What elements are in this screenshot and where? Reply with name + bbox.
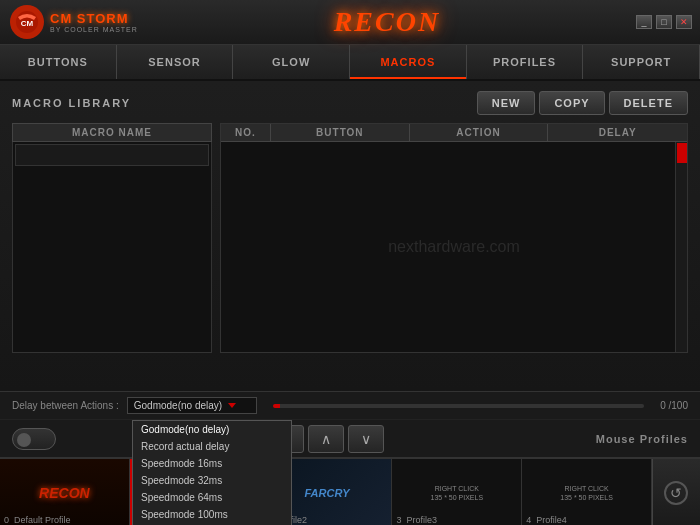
dropdown-item-5[interactable]: Speedmode 100ms [133,506,291,523]
delay-section: Delay between Actions : Godmode(no delay… [0,391,700,419]
profile-item-default[interactable]: RECON 0 Default Profile [0,459,130,525]
dropdown-item-0[interactable]: Godmode(no delay) [133,421,291,438]
profile-4-label: RIGHT CLICK135 * 50 PIXELS [560,484,613,502]
dropdown-item-2[interactable]: Speedmode 16ms [133,455,291,472]
columns-area: MACRO NAME NO. BUTTON ACTION DELAY nexth… [12,123,688,353]
brand-text: CM STORM BY COOLER MASTER [50,11,138,33]
action-header: ACTION [410,124,549,141]
profile-num-3: 3 [396,515,401,525]
delay-dropdown-menu[interactable]: Godmode(no delay) Record actual delay Sp… [132,420,292,525]
copy-button[interactable]: COPY [539,91,604,115]
delete-button[interactable]: DELETE [609,91,688,115]
record-button[interactable] [12,428,56,450]
move-down-button[interactable]: ∨ [348,425,384,453]
profile-3-label: RIGHT CLICK135 * 50 PIXELS [431,484,484,502]
nav-tabs: Buttons Sensor Glow Macros Profiles Supp… [0,45,700,81]
tab-buttons[interactable]: Buttons [0,45,117,79]
apply-button[interactable]: ↺ [652,459,700,525]
main-content: MACRO LIBRARY NEW COPY DELETE MACRO NAME… [0,81,700,391]
record-controls: ✕ ∧ ∨ Mouse Profiles [0,419,700,457]
recon-title: RECON [334,6,440,38]
apply-icon: ↺ [664,481,688,505]
no-header: NO. [221,124,271,141]
cm-logo-icon: CM [8,3,46,41]
profile-name-3: Profile3 [406,515,437,525]
delay-selected: Godmode(no delay) [134,400,222,411]
profile-item-4[interactable]: RIGHT CLICK135 * 50 PIXELS 4 Profile4 [522,459,652,525]
tab-support[interactable]: Support [583,45,700,79]
svg-text:CM: CM [21,19,34,28]
minimize-button[interactable]: _ [636,15,652,29]
profile-name-4: Profile4 [536,515,567,525]
delay-header: DELAY [548,124,687,141]
maximize-button[interactable]: □ [656,15,672,29]
record-indicator [17,433,31,447]
action-panel-header: NO. BUTTON ACTION DELAY [221,124,687,142]
profile-num-0: 0 [4,515,9,525]
fc-title: FARCRY [304,487,349,499]
button-header: BUTTON [271,124,410,141]
mouse-profiles-label: Mouse Profiles [596,433,688,445]
content-header: MACRO LIBRARY NEW COPY DELETE [12,91,688,115]
scrollbar[interactable] [675,142,687,352]
app-header: CM CM STORM BY COOLER MASTER RECON _ □ ✕ [0,0,700,45]
macro-name-header: MACRO NAME [12,123,212,142]
macro-list-item[interactable] [15,144,209,166]
delay-slider[interactable] [273,404,644,408]
profile-item-3[interactable]: RIGHT CLICK135 * 50 PIXELS 3 Profile3 [392,459,522,525]
macro-list-panel: MACRO NAME [12,123,212,353]
dropdown-item-1[interactable]: Record actual delay [133,438,291,455]
move-up-button[interactable]: ∧ [308,425,344,453]
delay-dropdown[interactable]: Godmode(no delay) [127,397,257,414]
delay-value: 0 /100 [660,400,688,411]
tab-sensor[interactable]: Sensor [117,45,234,79]
profile-name-0: Default Profile [14,515,71,525]
logo-area: CM CM STORM BY COOLER MASTER [8,3,138,41]
macro-library-title: MACRO LIBRARY [12,97,131,109]
tab-macros[interactable]: Macros [350,45,467,79]
delay-label: Delay between Actions : [12,400,119,411]
scrollbar-thumb[interactable] [677,143,687,163]
tab-profiles[interactable]: Profiles [467,45,584,79]
dropdown-arrow-icon [228,403,236,408]
close-button[interactable]: ✕ [676,15,692,29]
macro-list-body[interactable] [12,142,212,353]
action-panel-body: nexthardware.com [221,142,687,352]
new-button[interactable]: NEW [477,91,536,115]
watermark-text: nexthardware.com [388,238,520,256]
action-buttons: NEW COPY DELETE [477,91,688,115]
recon-logo-small: RECON [39,485,90,501]
tab-glow[interactable]: Glow [233,45,350,79]
dropdown-item-3[interactable]: Speedmode 32ms [133,472,291,489]
dropdown-item-4[interactable]: Speedmode 64ms [133,489,291,506]
profile-bar: RECON 0 Default Profile World ofTanks 1 … [0,457,700,525]
action-panel: NO. BUTTON ACTION DELAY nexthardware.com [220,123,688,353]
profile-num-4: 4 [526,515,531,525]
window-controls[interactable]: _ □ ✕ [636,15,692,29]
